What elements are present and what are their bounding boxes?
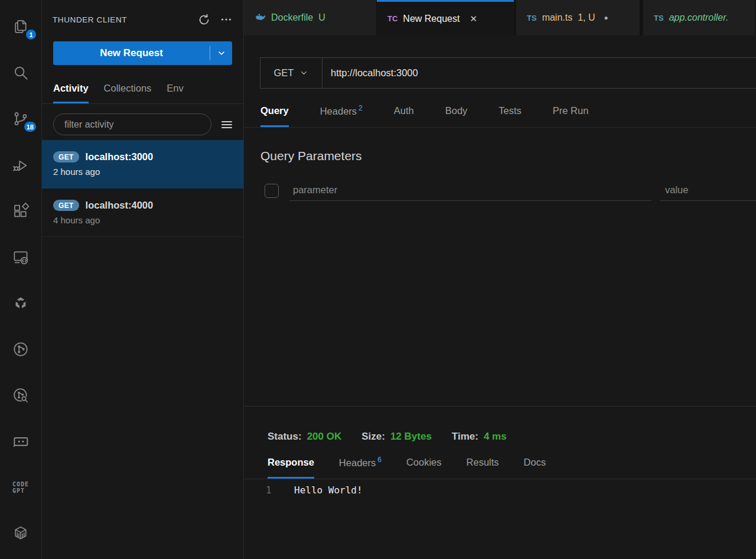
new-request-dropdown[interactable] bbox=[210, 41, 232, 65]
tab-auth[interactable]: Auth bbox=[394, 105, 414, 127]
remote-explorer-icon bbox=[12, 248, 30, 266]
sidebar-title: THUNDER CLIENT bbox=[53, 15, 198, 24]
git-graph-icon bbox=[12, 340, 30, 358]
tab-response-headers[interactable]: Headers6 bbox=[339, 456, 382, 479]
new-request-label: New Request bbox=[53, 41, 210, 65]
method-badge: GET bbox=[53, 200, 79, 211]
parameter-input[interactable] bbox=[289, 180, 651, 201]
request-time: 4 hours ago bbox=[53, 215, 232, 225]
time-label: Time: bbox=[452, 431, 478, 443]
tab-headers[interactable]: Headers2 bbox=[320, 104, 363, 128]
size-value: 12 Bytes bbox=[390, 431, 432, 443]
more-actions-icon[interactable] bbox=[220, 13, 233, 26]
parameter-checkbox[interactable] bbox=[265, 184, 279, 198]
query-parameter-row bbox=[265, 180, 756, 201]
request-url-row: GET http://localhost:3000 bbox=[260, 57, 756, 89]
tab-cookies[interactable]: Cookies bbox=[406, 457, 442, 479]
thunder-client-sidebar: THUNDER CLIENT New Request bbox=[42, 0, 244, 559]
tab-results[interactable]: Results bbox=[467, 457, 499, 479]
sidebar-item-container[interactable] bbox=[0, 511, 41, 557]
tab-query[interactable]: Query bbox=[260, 105, 289, 127]
tab-env[interactable]: Env bbox=[167, 83, 183, 103]
close-icon[interactable]: ✕ bbox=[470, 14, 477, 24]
sidebar-item-remote-explorer[interactable] bbox=[0, 234, 41, 280]
tab-dockerfile[interactable]: Dockerfile U bbox=[244, 0, 377, 35]
container-box-icon bbox=[12, 525, 30, 542]
tab-tests[interactable]: Tests bbox=[498, 105, 522, 127]
method-badge: GET bbox=[53, 151, 79, 162]
chevron-down-icon bbox=[299, 69, 308, 77]
git-status-suffix: U bbox=[318, 12, 325, 23]
url-input[interactable]: http://localhost:3000 bbox=[322, 58, 756, 88]
tab-pre-run[interactable]: Pre Run bbox=[553, 105, 589, 127]
response-headers-count-badge: 6 bbox=[377, 456, 382, 464]
tab-docs[interactable]: Docs bbox=[524, 457, 546, 479]
sidebar-item-codegpt[interactable]: CODE GPT bbox=[0, 464, 41, 511]
codegpt-logo: CODE GPT bbox=[12, 481, 29, 494]
sidebar-item-source-control[interactable]: 18 bbox=[0, 96, 41, 142]
request-title: localhost:3000 bbox=[86, 151, 154, 162]
list-item-localhost-4000[interactable]: GET localhost:4000 4 hours ago bbox=[42, 188, 243, 237]
value-input[interactable] bbox=[660, 180, 756, 201]
git-history-search-icon bbox=[12, 386, 30, 404]
line-number: 1 bbox=[266, 485, 279, 496]
robot-face-icon bbox=[11, 432, 30, 451]
sidebar-item-run-debug[interactable] bbox=[0, 142, 41, 188]
docker-whale-icon bbox=[255, 11, 266, 25]
sidebar-item-git-graph[interactable] bbox=[0, 326, 41, 372]
method-select[interactable]: GET bbox=[260, 58, 322, 88]
list-item-localhost-3000[interactable]: GET localhost:3000 2 hours ago bbox=[42, 140, 243, 188]
tab-response[interactable]: Response bbox=[268, 457, 314, 479]
tab-main-ts[interactable]: TS main.ts 1, U ● bbox=[516, 0, 640, 35]
response-status-row: Status: 200 OK Size: 12 Bytes Time: 4 ms bbox=[268, 431, 756, 443]
tab-app-controller[interactable]: TS app.controller. bbox=[643, 0, 756, 35]
tab-body[interactable]: Body bbox=[445, 105, 468, 127]
explorer-badge: 1 bbox=[25, 28, 37, 41]
filter-row bbox=[53, 113, 234, 135]
activity-list: GET localhost:3000 2 hours ago GET local… bbox=[42, 140, 243, 237]
typescript-file-icon: TS bbox=[654, 14, 664, 22]
status-value: 200 OK bbox=[307, 431, 342, 443]
response-panel: Status: 200 OK Size: 12 Bytes Time: 4 ms… bbox=[244, 406, 756, 559]
size-label: Size: bbox=[361, 431, 385, 443]
request-tabs: Query Headers2 Auth Body Tests Pre Run bbox=[244, 89, 756, 128]
vscode-window: 1 18 bbox=[0, 0, 756, 559]
tab-label: app.controller. bbox=[669, 12, 729, 23]
unsaved-dot-icon[interactable]: ● bbox=[604, 14, 608, 22]
tab-label: Dockerfile bbox=[271, 12, 313, 23]
editor-area: Dockerfile U TC New Request ✕ TS main.ts… bbox=[244, 0, 756, 559]
thunder-client-file-icon: TC bbox=[387, 14, 397, 23]
sidebar-header: THUNDER CLIENT bbox=[42, 0, 243, 39]
activity-bar: 1 18 bbox=[0, 0, 42, 559]
refresh-icon[interactable] bbox=[198, 14, 210, 26]
tab-label: main.ts bbox=[542, 12, 573, 23]
editor-tab-bar: Dockerfile U TC New Request ✕ TS main.ts… bbox=[244, 0, 756, 35]
chevron-down-icon bbox=[217, 48, 226, 58]
response-body: 1 Hello World! bbox=[244, 485, 756, 496]
response-tabs: Response Headers6 Cookies Results Docs bbox=[244, 444, 756, 479]
filter-activity-input[interactable] bbox=[53, 113, 211, 135]
sidebar-item-extensions[interactable] bbox=[0, 188, 41, 234]
tab-label: New Request bbox=[403, 14, 460, 24]
typescript-file-icon: TS bbox=[527, 14, 537, 22]
extensions-icon bbox=[12, 202, 30, 220]
problems-git-suffix: 1, U bbox=[578, 12, 595, 23]
tab-collections[interactable]: Collections bbox=[104, 83, 152, 103]
source-control-badge: 18 bbox=[23, 121, 37, 133]
headers-count-badge: 2 bbox=[359, 104, 363, 112]
sidebar-item-ai-assistant[interactable] bbox=[0, 418, 41, 464]
status-label: Status: bbox=[268, 431, 302, 443]
section-title: Query Parameters bbox=[260, 149, 756, 163]
menu-icon[interactable] bbox=[220, 118, 234, 132]
extension-logo-icon bbox=[12, 294, 30, 312]
sidebar-tabs: Activity Collections Env bbox=[42, 66, 243, 104]
sidebar-item-extension-logo[interactable] bbox=[0, 280, 41, 326]
sidebar-item-git-history-search[interactable] bbox=[0, 372, 41, 418]
run-debug-icon bbox=[12, 156, 30, 174]
tab-new-request[interactable]: TC New Request ✕ bbox=[377, 0, 514, 35]
tab-activity[interactable]: Activity bbox=[53, 83, 89, 103]
sidebar-item-search[interactable] bbox=[0, 50, 41, 96]
new-request-button[interactable]: New Request bbox=[53, 41, 232, 65]
search-icon bbox=[12, 64, 30, 82]
sidebar-item-explorer[interactable]: 1 bbox=[0, 4, 41, 50]
